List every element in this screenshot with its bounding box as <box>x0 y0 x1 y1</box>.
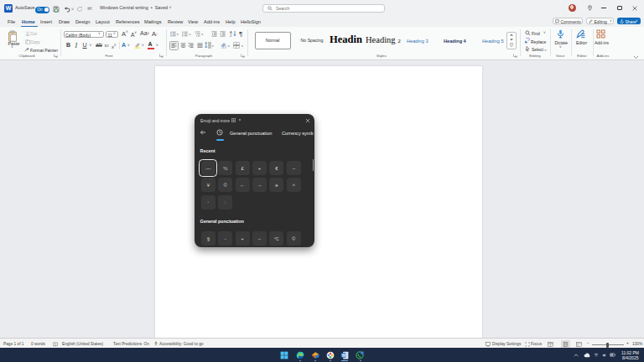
svg-text:W: W <box>341 353 345 357</box>
